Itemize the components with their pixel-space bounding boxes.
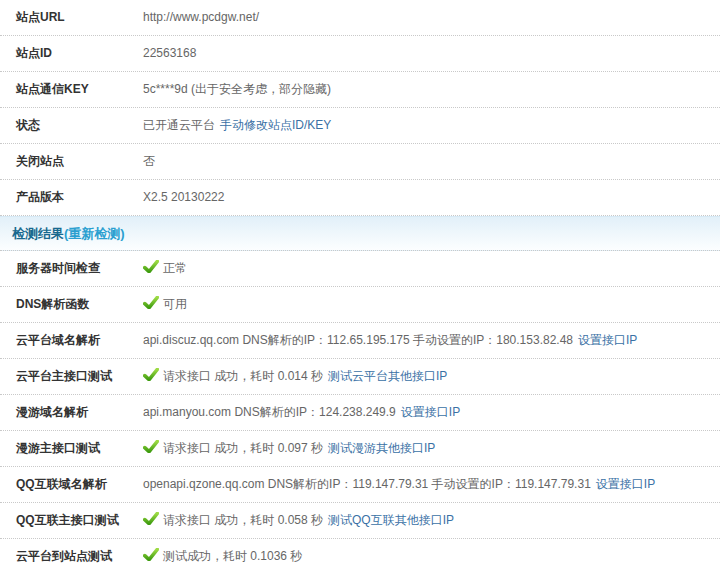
row-label: 云平台主接口测试 xyxy=(16,359,143,394)
row-label: 云平台域名解析 xyxy=(16,323,143,358)
check-icon xyxy=(143,296,159,309)
check-icon xyxy=(143,440,159,453)
row-label: 站点URL xyxy=(16,0,143,35)
dns-function-row: DNS解析函数可用 xyxy=(0,287,720,323)
set-api-ip-link[interactable]: 设置接口IP xyxy=(596,477,655,491)
dns-function-value: 可用 xyxy=(163,297,187,311)
row-label: DNS解析函数 xyxy=(16,287,143,322)
row-label: QQ互联域名解析 xyxy=(16,467,143,502)
check-icon xyxy=(143,512,159,525)
row-label: 状态 xyxy=(16,108,143,143)
server-time-value: 正常 xyxy=(163,261,187,275)
row-label: 站点ID xyxy=(16,36,143,71)
qq-api-test-value: 请求接口 成功，耗时 0.058 秒 xyxy=(163,513,323,527)
set-api-ip-link[interactable]: 设置接口IP xyxy=(578,333,637,347)
test-qq-other-api-link[interactable]: 测试QQ互联其他接口IP xyxy=(328,513,454,527)
status-row: 状态已开通云平台手动修改站点ID/KEY xyxy=(0,108,720,144)
test-manyou-other-api-link[interactable]: 测试漫游其他接口IP xyxy=(328,441,435,455)
cloud-domain-value: api.discuz.qq.com DNS解析的IP：112.65.195.17… xyxy=(143,333,573,347)
section-title: 检测结果 xyxy=(12,226,64,241)
row-label: 漫游域名解析 xyxy=(16,395,143,430)
product-version-row: 产品版本X2.5 20130222 xyxy=(0,180,720,216)
site-key-value: 5c****9d (出于安全考虑，部分隐藏) xyxy=(143,82,331,96)
modify-site-idkey-link[interactable]: 手动修改站点ID/KEY xyxy=(220,118,331,132)
check-icon xyxy=(143,368,159,381)
check-icon xyxy=(143,548,159,561)
cloud-domain-resolve-row: 云平台域名解析api.discuz.qq.com DNS解析的IP：112.65… xyxy=(0,323,720,359)
check-icon xyxy=(143,260,159,273)
qq-api-test-row: QQ互联主接口测试请求接口 成功，耗时 0.058 秒测试QQ互联其他接口IP xyxy=(0,503,720,539)
site-cloud-check-panel: 站点URLhttp://www.pcdgw.net/ 站点ID22563168 … xyxy=(0,0,720,567)
cloud-api-test-value: 请求接口 成功，耗时 0.014 秒 xyxy=(163,369,323,383)
cloud-api-test-row: 云平台主接口测试请求接口 成功，耗时 0.014 秒测试云平台其他接口IP xyxy=(0,359,720,395)
site-url-row: 站点URLhttp://www.pcdgw.net/ xyxy=(0,0,720,36)
manyou-api-test-value: 请求接口 成功，耗时 0.097 秒 xyxy=(163,441,323,455)
site-url-value: http://www.pcdgw.net/ xyxy=(143,10,259,24)
row-label: 服务器时间检查 xyxy=(16,251,143,286)
server-time-check-row: 服务器时间检查正常 xyxy=(0,251,720,287)
site-id-row: 站点ID22563168 xyxy=(0,36,720,72)
row-label: 云平台到站点测试 xyxy=(16,539,143,567)
qq-domain-value: openapi.qzone.qq.com DNS解析的IP：119.147.79… xyxy=(143,477,591,491)
row-label: QQ互联主接口测试 xyxy=(16,503,143,538)
row-label: 产品版本 xyxy=(16,180,143,215)
recheck-link[interactable]: (重新检测) xyxy=(64,226,125,241)
row-label: 关闭站点 xyxy=(16,144,143,179)
manyou-domain-value: api.manyou.com DNS解析的IP：124.238.249.9 xyxy=(143,405,396,419)
test-cloud-other-api-link[interactable]: 测试云平台其他接口IP xyxy=(328,369,447,383)
cloud-to-site-test-row: 云平台到站点测试测试成功，耗时 0.1036 秒 xyxy=(0,539,720,567)
cloud-to-site-test-value: 测试成功，耗时 0.1036 秒 xyxy=(163,549,302,563)
close-site-row: 关闭站点否 xyxy=(0,144,720,180)
row-label: 漫游主接口测试 xyxy=(16,431,143,466)
site-id-value: 22563168 xyxy=(143,46,196,60)
site-key-row: 站点通信KEY5c****9d (出于安全考虑，部分隐藏) xyxy=(0,72,720,108)
manyou-api-test-row: 漫游主接口测试请求接口 成功，耗时 0.097 秒测试漫游其他接口IP xyxy=(0,431,720,467)
status-value: 已开通云平台 xyxy=(143,118,215,132)
row-label: 站点通信KEY xyxy=(16,72,143,107)
set-api-ip-link[interactable]: 设置接口IP xyxy=(401,405,460,419)
check-result-section-header: 检测结果(重新检测) xyxy=(0,216,720,251)
close-site-value: 否 xyxy=(143,154,155,168)
product-version-value: X2.5 20130222 xyxy=(143,190,224,204)
qq-domain-resolve-row: QQ互联域名解析openapi.qzone.qq.com DNS解析的IP：11… xyxy=(0,467,720,503)
manyou-domain-resolve-row: 漫游域名解析api.manyou.com DNS解析的IP：124.238.24… xyxy=(0,395,720,431)
